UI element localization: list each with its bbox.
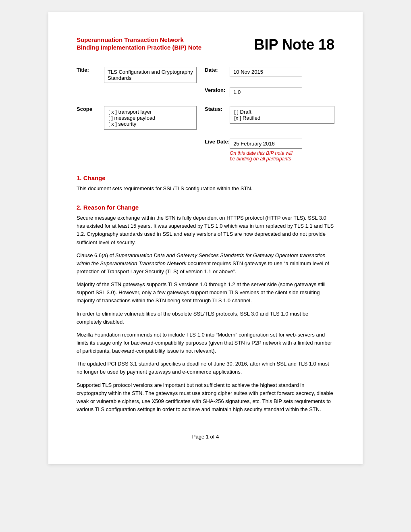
scope-line1: [ x ] transport layer [108,109,192,115]
header-line1: Superannuation Transaction Network [77,36,254,43]
date-value-cell: 10 Nov 2015 [230,65,334,85]
section2-para3: Majority of the STN gateways supports TL… [77,281,334,305]
date-value: 10 Nov 2015 [233,69,263,75]
meta-row-live-date: Live Date: 25 February 2016 On this date… [77,137,334,163]
status-box: [ ] Draft [x ] Ratified [230,106,334,124]
live-date-label: Live Date: [205,137,230,163]
section2-para2: Clause 6.6(a) of Superannuation Data and… [77,251,334,276]
title-box: TLS Configuration and Cryptography Stand… [104,67,197,83]
section2-heading: 2. Reason for Change [77,204,334,211]
version-label: Version: [205,85,230,99]
header-line2: Binding Implementation Practice (BIP) No… [77,44,254,51]
section2-para7: Supported TLS protocol versions are impo… [77,381,334,414]
date-box: 10 Nov 2015 [230,67,302,77]
version-box: 1.0 [230,87,302,97]
section2-para2-prefix: Clause 6.6(a) of [77,252,115,258]
title-value-cell: TLS Configuration and Cryptography Stand… [104,65,197,85]
date-label: Date: [205,65,230,85]
title-value: TLS Configuration and Cryptography Stand… [108,69,193,81]
scope-line3: [ x ] security [108,121,192,127]
section2-para6: The updated PCI DSS 3.1 standard specifi… [77,360,334,376]
version-value: 1.0 [233,89,241,95]
scope-value-cell: [ x ] transport layer [ ] message payloa… [104,104,197,131]
title-label: Title: [77,65,104,85]
section2-para4: In order to eliminate vulnerabilities of… [77,310,334,326]
header-block: Superannuation Transaction Network Bindi… [77,36,334,53]
header-left: Superannuation Transaction Network Bindi… [77,36,254,51]
version-value-cell: 1.0 [230,85,334,99]
meta-row-title-date: Title: TLS Configuration and Cryptograph… [77,65,334,85]
header-right: BIP Note 18 [254,36,334,53]
bip-note-title: BIP Note 18 [254,36,334,53]
section1-para1: This document sets requirements for SSL/… [77,185,334,193]
status-line2: [x ] Ratified [234,115,330,121]
scope-line2: [ ] message payload [108,115,192,121]
footer-text: Page 1 of 4 [192,434,219,440]
status-value-cell: [ ] Draft [x ] Ratified [230,104,334,131]
status-label: Status: [205,104,230,131]
meta-info-table: Title: TLS Configuration and Cryptograph… [77,65,334,163]
live-date-value: 25 February 2016 [233,141,275,147]
scope-label: Scope [77,104,104,131]
live-date-value-cell: 25 February 2016 On this date this BIP n… [230,137,334,163]
section2-para1: Secure message exchange within the STN i… [77,214,334,247]
section1-heading: 1. Change [77,175,334,181]
live-date-note-line1: On this date this BIP note will [230,150,293,156]
live-date-box: 25 February 2016 [230,139,302,149]
meta-row-scope-status: Scope [ x ] transport layer [ ] message … [77,104,334,131]
meta-row-version: Version: 1.0 [77,85,334,99]
status-line1: [ ] Draft [234,109,330,115]
section2-para5: Mozilla Foundation recommends not to inc… [77,331,334,355]
page: Superannuation Transaction Network Bindi… [48,12,363,464]
live-date-note: On this date this BIP note will be bindi… [230,150,334,162]
page-footer: Page 1 of 4 [77,434,334,440]
live-date-note-line2: be binding on all participants [230,156,291,162]
scope-box: [ x ] transport layer [ ] message payloa… [104,106,197,130]
